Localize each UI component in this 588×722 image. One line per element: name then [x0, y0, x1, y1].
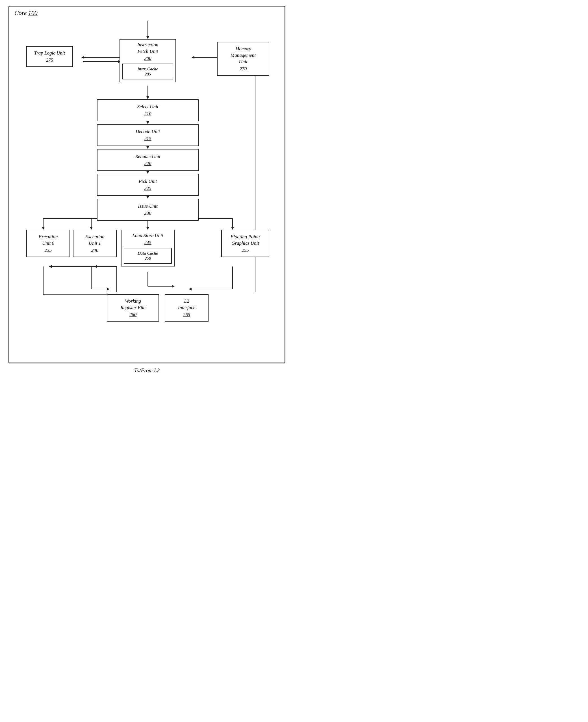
- ifu-unit: InstructionFetch Unit 200 Instr. Cache 2…: [120, 39, 176, 82]
- svg-marker-18: [146, 227, 149, 230]
- data-cache-unit: Data Cache 250: [124, 248, 172, 264]
- core-container: Core 100: [8, 6, 286, 363]
- instr-cache-unit: Instr. Cache 205: [122, 64, 173, 80]
- core-label: Core 100: [15, 9, 38, 17]
- svg-marker-13: [42, 227, 45, 230]
- svg-marker-9: [146, 196, 149, 199]
- core-num: 100: [28, 9, 38, 16]
- svg-marker-5: [146, 146, 149, 149]
- svg-marker-41: [81, 56, 84, 59]
- rename-unit: Rename Unit 220: [97, 149, 198, 171]
- svg-marker-21: [231, 227, 234, 230]
- diagram-layout: Trap Logic Unit 275 InstructionFetch Uni…: [18, 21, 278, 354]
- svg-marker-1: [146, 97, 149, 99]
- exec-unit-1: ExecutionUnit 1 240: [73, 230, 117, 257]
- fp-unit: Floating Point/Graphics Unit 255: [221, 230, 269, 257]
- svg-marker-30: [49, 265, 52, 268]
- trap-logic-unit: Trap Logic Unit 275: [26, 46, 73, 67]
- svg-marker-49: [146, 36, 149, 39]
- svg-marker-3: [146, 121, 149, 124]
- svg-marker-27: [107, 288, 110, 291]
- select-unit: Select Unit 210: [97, 99, 198, 121]
- svg-marker-35: [172, 285, 175, 288]
- exec-unit-0: ExecutionUnit 0 235: [26, 230, 70, 257]
- svg-marker-7: [146, 171, 149, 174]
- svg-marker-39: [192, 56, 194, 59]
- mmu-unit: MemoryManagementUnit 270: [217, 42, 269, 76]
- l2i-unit: L2Interface 265: [165, 294, 209, 322]
- to-l2-label: To/From L2: [134, 367, 160, 374]
- svg-marker-16: [90, 227, 93, 230]
- issue-unit: Issue Unit 230: [97, 199, 198, 221]
- svg-marker-46: [189, 288, 192, 291]
- pick-unit: Pick Unit 225: [97, 174, 198, 196]
- wrf-unit: WorkingRegister File 260: [107, 294, 159, 322]
- svg-marker-32: [94, 265, 97, 268]
- decode-unit: Decode Unit 215: [97, 124, 198, 146]
- lsu-unit: Load Store Unit 245 Data Cache 250: [121, 230, 175, 267]
